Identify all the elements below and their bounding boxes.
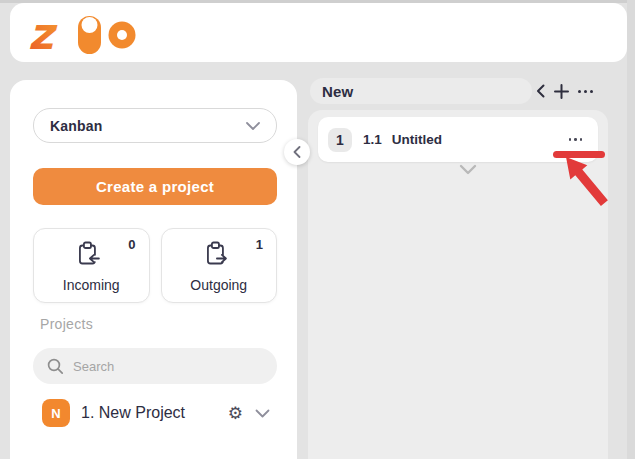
expand-card-chevron-icon[interactable] — [458, 162, 478, 180]
clipboard-arrow-out-icon — [204, 241, 230, 272]
chevron-left-icon — [536, 84, 545, 98]
task-title: Untitled — [392, 132, 569, 147]
column-header[interactable]: New — [310, 78, 532, 104]
incoming-label: Incoming — [63, 277, 120, 293]
gear-icon[interactable]: ⚙ — [228, 405, 243, 422]
sidebar-collapse-button[interactable] — [284, 139, 310, 165]
zio-logo: z — [28, 10, 154, 56]
task-menu-button[interactable] — [569, 138, 583, 141]
app-window: z Kanban Create a project 0 — [0, 0, 635, 459]
column-title: New — [322, 83, 353, 100]
sidebar: Kanban Create a project 0 Incoming — [10, 80, 297, 459]
projects-section-label: Projects — [40, 316, 93, 332]
app-header: z — [10, 3, 627, 62]
task-code: 1.1 — [363, 132, 382, 147]
incoming-count: 0 — [128, 237, 135, 252]
project-chevron-down-icon[interactable] — [255, 409, 270, 418]
view-mode-value: Kanban — [50, 118, 103, 134]
column-menu-button[interactable] — [578, 90, 593, 93]
task-badge: 1 — [328, 128, 352, 152]
project-search[interactable] — [33, 348, 277, 384]
create-project-button[interactable]: Create a project — [33, 168, 277, 205]
collapse-column-button[interactable] — [536, 84, 545, 98]
outgoing-label: Outgoing — [190, 277, 247, 293]
search-input[interactable] — [73, 359, 243, 374]
annotation-cursor-arrow — [560, 155, 612, 211]
view-mode-select[interactable]: Kanban — [33, 108, 277, 143]
project-avatar: N — [42, 399, 70, 427]
plus-icon — [554, 84, 569, 99]
outgoing-count: 1 — [256, 237, 263, 252]
search-icon — [47, 358, 64, 375]
outgoing-card[interactable]: 1 Outgoing — [161, 228, 278, 303]
scrollbar-gutter[interactable] — [627, 0, 635, 459]
project-name: 1. New Project — [81, 404, 228, 422]
incoming-card[interactable]: 0 Incoming — [33, 228, 150, 303]
chevron-left-icon — [293, 146, 301, 158]
add-card-button[interactable] — [554, 84, 569, 99]
clipboard-arrow-in-icon — [76, 241, 102, 272]
column-header-actions — [536, 78, 593, 104]
project-list-item[interactable]: N 1. New Project ⚙ — [42, 399, 270, 427]
stats-row: 0 Incoming 1 — [33, 228, 277, 303]
chevron-down-icon — [246, 122, 260, 130]
logo-letter-z: z — [28, 10, 58, 56]
